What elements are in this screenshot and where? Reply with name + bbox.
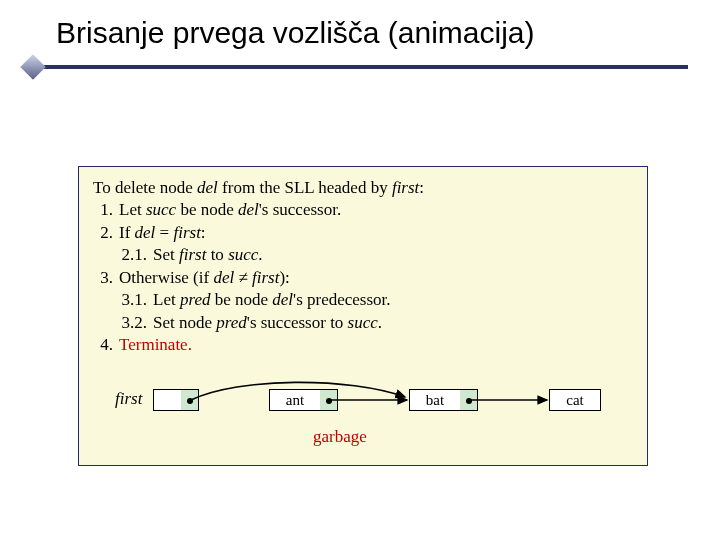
arrow-bat-to-cat <box>471 397 553 407</box>
algorithm-panel: To delete node del from the SLL headed b… <box>78 166 648 466</box>
terminate-step: Terminate. <box>119 334 192 356</box>
arrow-ant-to-bat <box>331 397 413 407</box>
node-cat: cat <box>549 389 601 411</box>
title-rule <box>0 58 720 76</box>
first-pointer-label: first <box>115 389 142 409</box>
garbage-label: garbage <box>313 427 367 447</box>
algorithm-text: To delete node del from the SLL headed b… <box>79 167 647 357</box>
linked-list-diagram: first ant bat cat garbage <box>79 379 649 457</box>
diamond-icon <box>20 54 45 79</box>
slide-title: Brisanje prvega vozlišča (animacija) <box>56 16 680 50</box>
